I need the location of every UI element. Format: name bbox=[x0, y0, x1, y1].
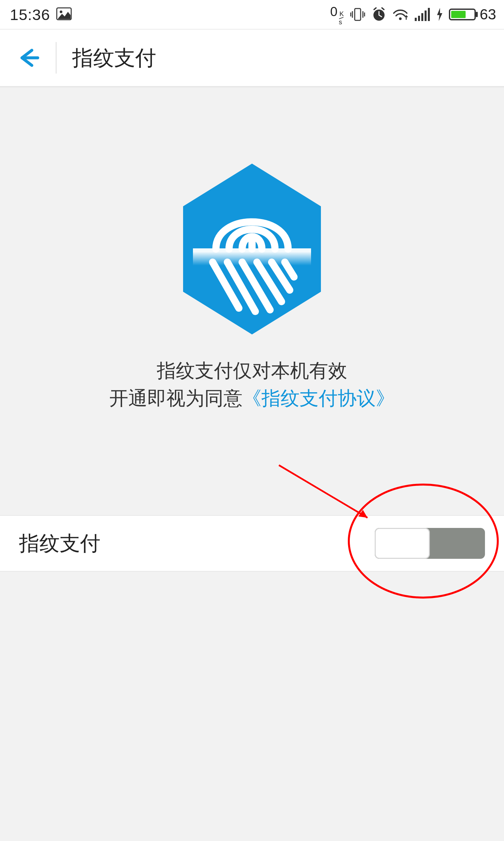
svg-point-1 bbox=[60, 11, 62, 13]
hero-section: 指纹支付仅对本机有效 开通即视为同意《指纹支付协议》 bbox=[0, 87, 504, 515]
image-icon bbox=[56, 7, 72, 22]
svg-point-4 bbox=[399, 17, 402, 20]
back-button[interactable] bbox=[0, 30, 56, 86]
wifi-icon bbox=[392, 7, 409, 22]
status-bar: 15:36 0 K s bbox=[0, 0, 504, 29]
net-speed: 0 K s bbox=[330, 4, 344, 25]
alarm-icon bbox=[372, 7, 386, 22]
svg-rect-7 bbox=[421, 13, 423, 21]
vibrate-icon bbox=[349, 7, 366, 22]
status-left: 15:36 bbox=[10, 5, 72, 24]
fingerprint-pay-row: 指纹支付 bbox=[0, 515, 504, 572]
svg-rect-5 bbox=[415, 18, 417, 21]
app-header: 指纹支付 bbox=[0, 30, 504, 86]
agreement-link[interactable]: 《指纹支付协议》 bbox=[242, 387, 395, 409]
fingerprint-hexagon-icon bbox=[173, 160, 331, 338]
svg-rect-12 bbox=[451, 11, 466, 18]
status-right: 0 K s bbox=[330, 4, 496, 25]
row-label: 指纹支付 bbox=[19, 530, 101, 557]
svg-rect-14 bbox=[193, 248, 311, 252]
hero-line2-prefix: 开通即视为同意 bbox=[109, 387, 242, 409]
toggle-knob bbox=[375, 528, 430, 559]
screen: 15:36 0 K s bbox=[0, 0, 504, 841]
hero-description: 指纹支付仅对本机有效 开通即视为同意《指纹支付协议》 bbox=[109, 357, 395, 412]
svg-rect-11 bbox=[476, 12, 478, 17]
page-title: 指纹支付 bbox=[72, 44, 156, 72]
svg-rect-9 bbox=[428, 8, 430, 21]
battery-icon: 63 bbox=[449, 6, 496, 23]
battery-value: 63 bbox=[480, 6, 496, 23]
header-separator bbox=[56, 42, 56, 73]
svg-rect-2 bbox=[355, 8, 361, 20]
charging-icon bbox=[436, 7, 444, 22]
signal-icon bbox=[414, 7, 431, 22]
svg-rect-6 bbox=[418, 16, 420, 21]
fingerprint-pay-toggle[interactable] bbox=[375, 528, 485, 559]
svg-rect-8 bbox=[425, 11, 427, 21]
status-time: 15:36 bbox=[10, 5, 50, 24]
hero-line1: 指纹支付仅对本机有效 bbox=[109, 357, 395, 384]
arrow-left-icon bbox=[15, 46, 41, 69]
